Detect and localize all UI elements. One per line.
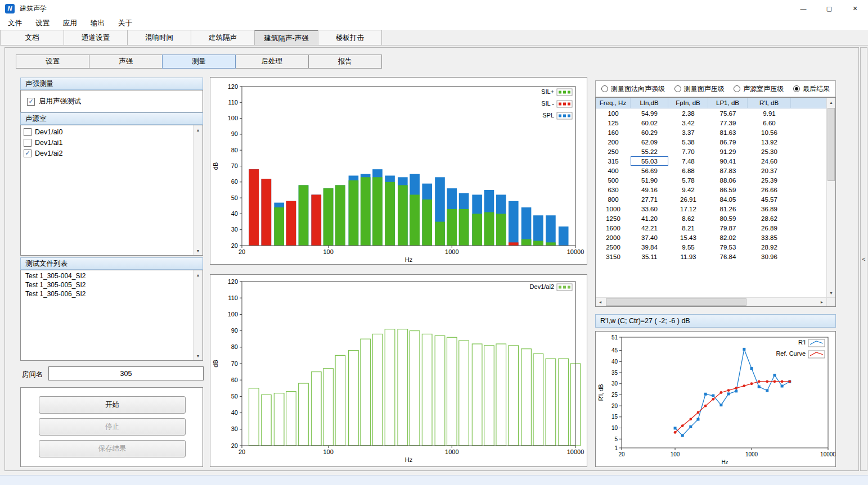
table-cell[interactable]: 88.06 <box>708 175 748 185</box>
table-cell[interactable]: 3150 <box>596 252 631 261</box>
table-cell[interactable]: 33.60 <box>631 204 668 214</box>
table-row[interactable]: 160042.218.2179.8726.89 <box>596 223 826 233</box>
scroll-up-icon[interactable]: ▲ <box>194 125 203 134</box>
table-cell[interactable]: 60.29 <box>631 128 668 137</box>
table-cell[interactable]: 100 <box>596 108 631 118</box>
table-cell[interactable]: 60.02 <box>631 118 668 128</box>
table-row[interactable]: 100033.6017.1281.2636.89 <box>596 204 826 214</box>
table-cell[interactable]: 25.39 <box>748 175 791 185</box>
table-cell[interactable]: 11.93 <box>668 252 708 261</box>
file-list-scrollbar[interactable]: ▲ ▼ <box>193 270 203 360</box>
table-cell[interactable]: 91.29 <box>708 147 748 156</box>
scroll-down-icon[interactable]: ▼ <box>827 288 835 297</box>
scrollbar-track[interactable] <box>827 107 835 288</box>
table-cell[interactable]: 76.84 <box>708 252 748 261</box>
table-row[interactable]: 315035.1111.9376.8430.96 <box>596 252 826 261</box>
table-cell[interactable]: 7.70 <box>668 147 708 156</box>
main-tab-0[interactable]: 文档 <box>0 30 64 46</box>
table-row[interactable]: 25055.227.7091.2925.30 <box>596 147 826 156</box>
checkbox-checked-icon[interactable]: ✓ <box>24 149 32 157</box>
menu-item-3[interactable]: 输出 <box>84 17 111 30</box>
checkbox-unchecked-icon[interactable] <box>24 128 32 136</box>
table-cell[interactable]: 26.91 <box>668 194 708 204</box>
table-cell[interactable]: 24.60 <box>748 156 791 166</box>
minimize-icon[interactable]: — <box>790 0 816 17</box>
table-cell[interactable]: 90.41 <box>708 156 748 166</box>
table-cell[interactable]: 200 <box>596 137 631 147</box>
table-cell[interactable]: 160 <box>596 128 631 137</box>
table-cell[interactable]: 26.89 <box>748 223 791 233</box>
maximize-icon[interactable]: ▢ <box>816 0 842 17</box>
scrollbar-thumb[interactable] <box>606 298 746 306</box>
table-cell[interactable]: 8.62 <box>668 214 708 223</box>
table-cell[interactable]: 10.56 <box>748 128 791 137</box>
table-cell[interactable]: 36.89 <box>748 204 791 214</box>
table-row[interactable]: 125041.208.6280.5928.62 <box>596 214 826 223</box>
table-cell[interactable]: 49.16 <box>631 185 668 194</box>
scrollbar-thumb[interactable] <box>827 108 835 181</box>
table-row[interactable]: 10054.992.3875.679.91 <box>596 108 826 118</box>
table-cell[interactable]: 500 <box>596 175 631 185</box>
sub-tab-4[interactable]: 报告 <box>308 55 382 69</box>
table-cell[interactable]: 125 <box>596 118 631 128</box>
room-name-input[interactable] <box>48 366 204 380</box>
main-tab-2[interactable]: 混响时间 <box>127 30 191 46</box>
close-icon[interactable]: ✕ <box>842 0 868 17</box>
table-cell[interactable]: 86.59 <box>708 185 748 194</box>
table-cell[interactable]: 9.55 <box>668 242 708 252</box>
main-tab-1[interactable]: 通道设置 <box>64 30 128 46</box>
table-cell[interactable]: 27.71 <box>631 194 668 204</box>
table-cell[interactable]: 51.90 <box>631 175 668 185</box>
table-cell[interactable]: 79.87 <box>708 223 748 233</box>
column-header-1[interactable]: LIn,dB <box>631 98 668 108</box>
table-cell[interactable]: 9.42 <box>668 185 708 194</box>
scrollbar-track[interactable] <box>194 134 203 246</box>
table-cell[interactable]: 39.84 <box>631 242 668 252</box>
table-cell[interactable]: 1000 <box>596 204 631 214</box>
sub-tab-2[interactable]: 测量 <box>162 55 236 69</box>
file-list-item-2[interactable]: Test 1_305-006_SI2 <box>23 289 193 298</box>
sub-tab-3[interactable]: 后处理 <box>235 55 309 69</box>
menu-item-2[interactable]: 应用 <box>56 17 84 30</box>
table-cell[interactable]: 630 <box>596 185 631 194</box>
enable-intensity-checkbox[interactable]: ✓ 启用声强测试 <box>21 90 203 106</box>
table-cell[interactable]: 5.38 <box>668 137 708 147</box>
table-cell[interactable]: 42.21 <box>631 223 668 233</box>
table-cell[interactable]: 30.96 <box>748 252 791 261</box>
table-cell[interactable]: 55.22 <box>631 147 668 156</box>
sub-tab-1[interactable]: 声强 <box>89 55 163 69</box>
table-cell[interactable]: 75.67 <box>708 108 748 118</box>
checkbox-unchecked-icon[interactable] <box>24 139 32 147</box>
table-row[interactable]: 31555.037.4890.4124.60 <box>596 156 826 166</box>
table-cell[interactable]: 37.40 <box>631 233 668 242</box>
table-cell[interactable]: 6.60 <box>748 118 791 128</box>
table-cell[interactable]: 87.83 <box>708 166 748 175</box>
save-results-button[interactable]: 保存结果 <box>39 440 186 457</box>
table-cell[interactable]: 250 <box>596 147 631 156</box>
column-header-3[interactable]: LP1, dB <box>708 98 748 108</box>
table-cell[interactable]: 28.92 <box>748 242 791 252</box>
table-cell[interactable]: 800 <box>596 194 631 204</box>
start-button[interactable]: 开始 <box>39 396 186 414</box>
table-cell[interactable]: 55.03 <box>631 156 668 166</box>
menu-item-1[interactable]: 设置 <box>29 17 56 30</box>
file-list-item-1[interactable]: Test 1_305-005_SI2 <box>23 280 193 289</box>
table-cell[interactable]: 5.78 <box>668 175 708 185</box>
table-cell[interactable]: 15.43 <box>668 233 708 242</box>
column-header-2[interactable]: FpIn, dB <box>668 98 708 108</box>
table-vertical-scrollbar[interactable]: ▲ ▼ <box>826 98 835 297</box>
table-cell[interactable]: 13.92 <box>748 137 791 147</box>
main-tab-4[interactable]: 建筑隔声-声强 <box>254 30 318 46</box>
table-cell[interactable]: 20.37 <box>748 166 791 175</box>
table-cell[interactable]: 80.59 <box>708 214 748 223</box>
scrollbar-track[interactable] <box>605 298 817 306</box>
channel-item-2[interactable]: ✓Dev1/ai2 <box>23 148 193 158</box>
table-row[interactable]: 200037.4015.4382.0233.85 <box>596 233 826 242</box>
scroll-up-icon[interactable]: ▲ <box>827 98 835 107</box>
table-cell[interactable]: 17.12 <box>668 204 708 214</box>
table-cell[interactable]: 86.79 <box>708 137 748 147</box>
table-cell[interactable]: 77.39 <box>708 118 748 128</box>
main-tab-5[interactable]: 楼板打击 <box>318 30 382 46</box>
table-cell[interactable]: 3.42 <box>668 118 708 128</box>
table-cell[interactable]: 26.66 <box>748 185 791 194</box>
